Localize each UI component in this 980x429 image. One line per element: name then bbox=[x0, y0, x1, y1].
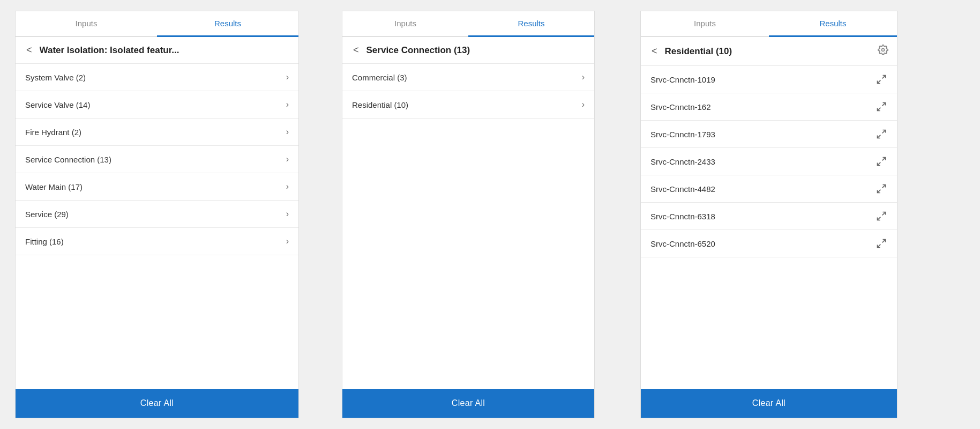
expand-icon[interactable] bbox=[876, 128, 887, 140]
chevron-icon: › bbox=[286, 209, 289, 219]
result-item[interactable]: Srvc-Cnnctn-4482 bbox=[641, 175, 897, 203]
chevron-icon: › bbox=[286, 72, 289, 82]
list-item[interactable]: Service Valve (14) › bbox=[16, 91, 298, 119]
result-item[interactable]: Srvc-Cnnctn-1019 bbox=[641, 66, 897, 93]
expand-icon[interactable] bbox=[876, 210, 887, 222]
tab-results-2[interactable]: Results bbox=[468, 11, 594, 37]
panel1-list: System Valve (2) › Service Valve (14) › … bbox=[16, 64, 298, 389]
panel-header-3: < Residential (10) bbox=[641, 37, 897, 66]
result-item[interactable]: Srvc-Cnnctn-2433 bbox=[641, 148, 897, 175]
chevron-icon: › bbox=[286, 127, 289, 137]
chevron-icon: › bbox=[582, 100, 585, 109]
svg-line-11 bbox=[882, 212, 886, 216]
tab-inputs-3[interactable]: Inputs bbox=[641, 11, 769, 37]
panel-water-isolation: Inputs Results < Water Isolation: Isolat… bbox=[15, 11, 299, 418]
list-item[interactable]: Commercial (3) › bbox=[342, 64, 594, 91]
svg-line-9 bbox=[882, 185, 886, 188]
panel-header-1: < Water Isolation: Isolated featur... bbox=[16, 37, 298, 64]
clear-all-button-2[interactable]: Clear All bbox=[342, 389, 594, 418]
chevron-icon: › bbox=[286, 182, 289, 191]
gear-icon[interactable] bbox=[878, 45, 888, 58]
svg-line-7 bbox=[882, 158, 886, 161]
panel-service-connection: Inputs Results < Service Connection (13)… bbox=[342, 11, 595, 418]
panel2-list: Commercial (3) › Residential (10) › bbox=[342, 64, 594, 389]
list-item[interactable]: System Valve (2) › bbox=[16, 64, 298, 91]
result-item[interactable]: Srvc-Cnnctn-1793 bbox=[641, 121, 897, 148]
panel-residential: Inputs Results < Residential (10) Srvc-C… bbox=[640, 11, 897, 418]
back-button-2[interactable]: < bbox=[351, 45, 361, 56]
svg-line-14 bbox=[878, 245, 881, 248]
panel-title-2: Service Connection (13) bbox=[366, 45, 586, 56]
list-item[interactable]: Water Main (17) › bbox=[16, 173, 298, 201]
expand-icon[interactable] bbox=[876, 156, 887, 167]
chevron-icon: › bbox=[286, 154, 289, 164]
chevron-icon: › bbox=[286, 100, 289, 109]
expand-icon[interactable] bbox=[876, 73, 887, 85]
svg-line-6 bbox=[878, 135, 881, 138]
tab-bar-2: Inputs Results bbox=[342, 11, 594, 37]
svg-line-10 bbox=[878, 190, 881, 193]
result-item[interactable]: Srvc-Cnnctn-6318 bbox=[641, 203, 897, 230]
list-item[interactable]: Fitting (16) › bbox=[16, 228, 298, 255]
result-item[interactable]: Srvc-Cnnctn-162 bbox=[641, 93, 897, 121]
list-item[interactable]: Service Connection (13) › bbox=[16, 146, 298, 173]
panel-title-1: Water Isolation: Isolated featur... bbox=[40, 45, 290, 56]
svg-line-8 bbox=[878, 162, 881, 166]
svg-line-1 bbox=[882, 76, 886, 79]
svg-line-4 bbox=[878, 108, 881, 111]
tab-results-3[interactable]: Results bbox=[769, 11, 897, 37]
back-button-3[interactable]: < bbox=[649, 46, 660, 57]
expand-icon[interactable] bbox=[876, 101, 887, 113]
list-item[interactable]: Fire Hydrant (2) › bbox=[16, 119, 298, 146]
svg-line-13 bbox=[882, 240, 886, 243]
svg-line-3 bbox=[882, 103, 886, 106]
panel-header-2: < Service Connection (13) bbox=[342, 37, 594, 64]
expand-icon[interactable] bbox=[876, 183, 887, 195]
list-item[interactable]: Residential (10) › bbox=[342, 91, 594, 119]
tab-inputs-1[interactable]: Inputs bbox=[16, 11, 157, 37]
svg-point-0 bbox=[882, 49, 885, 51]
list-item[interactable]: Service (29) › bbox=[16, 201, 298, 228]
chevron-icon: › bbox=[286, 236, 289, 246]
clear-all-button-1[interactable]: Clear All bbox=[16, 389, 298, 418]
back-button-1[interactable]: < bbox=[24, 45, 34, 56]
result-item[interactable]: Srvc-Cnnctn-6520 bbox=[641, 230, 897, 257]
svg-line-2 bbox=[878, 80, 881, 84]
svg-line-5 bbox=[882, 130, 886, 134]
tab-inputs-2[interactable]: Inputs bbox=[342, 11, 468, 37]
tab-results-1[interactable]: Results bbox=[157, 11, 298, 37]
clear-all-button-3[interactable]: Clear All bbox=[641, 389, 897, 418]
tab-bar-3: Inputs Results bbox=[641, 11, 897, 37]
panel-title-3: Residential (10) bbox=[665, 46, 872, 57]
panel3-list: Srvc-Cnnctn-1019 Srvc-Cnnctn-162 bbox=[641, 66, 897, 389]
expand-icon[interactable] bbox=[876, 238, 887, 249]
tab-bar-1: Inputs Results bbox=[16, 11, 298, 37]
chevron-icon: › bbox=[582, 72, 585, 82]
svg-line-12 bbox=[878, 217, 881, 220]
